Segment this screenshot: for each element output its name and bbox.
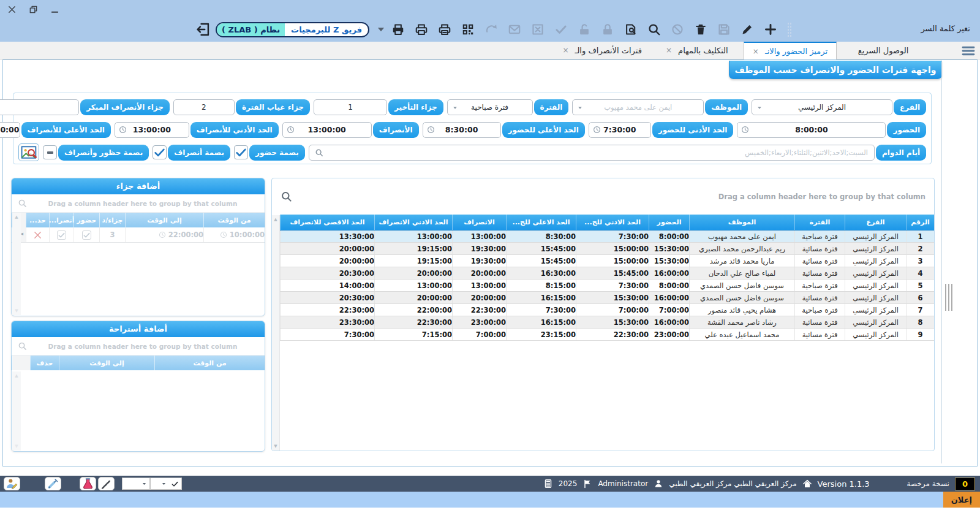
penalty-delete-button[interactable] <box>26 227 49 242</box>
grid-column-header[interactable]: الموظف <box>689 215 794 230</box>
attendance-max-time-input[interactable]: 8:30:00 <box>423 122 501 138</box>
search-icon[interactable] <box>643 23 666 36</box>
grid-row-1[interactable]: 1المركز الرئيسيفترة صباحيةايمن على محمد … <box>280 230 934 243</box>
grid-row-7[interactable]: 7المركز الرئيسيفترة صباحيةهشام يحيي قائد… <box>280 304 934 316</box>
change-password-link[interactable]: تغير كلمة السر <box>921 24 970 33</box>
grid-row-4[interactable]: 4المركز الرئيسيفترة مسائيةلمياء صالح علي… <box>280 267 934 280</box>
attendance-min-time-input[interactable]: 7:30:00 <box>589 122 651 138</box>
grid-row-2[interactable]: 2المركز الرئيسيفترة مسائيةريم عبدالرحمن … <box>280 243 934 255</box>
toolbar-grip-handle[interactable] <box>787 22 791 37</box>
unlock-icon[interactable] <box>573 23 596 36</box>
lock-icon[interactable] <box>596 23 619 36</box>
penalty-per-minute[interactable]: 3 <box>99 227 125 242</box>
attend-fingerprint-checkbox[interactable] <box>234 145 248 159</box>
leave-min-time-input[interactable]: 13:00:00 <box>115 122 189 138</box>
image-search-button[interactable] <box>18 143 39 161</box>
status-select-2[interactable] <box>150 478 182 490</box>
tab-close-icon[interactable]: × <box>563 46 569 55</box>
grid-scrollbar[interactable]: ▲▼ <box>272 215 280 451</box>
tab-2[interactable]: التكليف بالمهام× <box>650 42 744 59</box>
lab-flask-button[interactable] <box>80 477 96 490</box>
tab-1[interactable]: ترميز الحضور والانـ× <box>744 42 837 59</box>
break-column-header[interactable]: إلى الوقت <box>59 356 154 370</box>
delete-trash-icon[interactable] <box>689 23 712 36</box>
chevron-down-icon[interactable] <box>577 104 583 110</box>
edit-pencil-icon[interactable] <box>736 23 759 36</box>
tab-close-icon[interactable]: × <box>753 47 759 56</box>
penalty-to-time[interactable]: 22:00:00 <box>125 227 203 242</box>
restore-window-icon[interactable] <box>29 5 38 14</box>
minimize-window-icon[interactable] <box>50 5 59 14</box>
approve-check-icon[interactable] <box>549 23 573 36</box>
grid-column-header[interactable]: الحد الادني للح... <box>576 215 649 230</box>
close-window-icon[interactable] <box>7 5 17 14</box>
grid-row-8[interactable]: 8المركز الرئيسيفترة مسائيةرشاد ناصر محمد… <box>280 316 934 329</box>
break-scrollbar[interactable]: ▲▼ <box>12 371 21 451</box>
print-filled-icon[interactable] <box>386 23 410 36</box>
print-page-icon[interactable] <box>433 23 456 36</box>
employee-select[interactable]: ايمن على محمد مهيوب <box>572 99 704 115</box>
chevron-down-icon[interactable] <box>375 24 386 35</box>
splitter-handle[interactable] <box>945 284 953 311</box>
penalty-attend-checkbox[interactable] <box>74 227 99 242</box>
search-icon[interactable] <box>18 199 27 208</box>
grid-row-9[interactable]: 9المركز الرئيسيفترة مسائيةمحمد اسماعيل ع… <box>280 329 934 341</box>
penalty-scrollbar[interactable]: ▲▼ <box>12 213 21 315</box>
penalty-column-header[interactable]: من الوقت <box>203 213 265 227</box>
grid-column-header[interactable]: الانصراف <box>452 215 506 230</box>
cancel-box-icon[interactable] <box>526 23 549 36</box>
late-penalty-input[interactable]: 1 <box>314 99 387 115</box>
penalty-row[interactable]: 10:00:0022:00:003◂ <box>12 227 265 243</box>
penalty-from-time[interactable]: 10:00:00 <box>203 227 265 242</box>
add-plus-icon[interactable] <box>759 23 782 36</box>
penalty-column-header[interactable]: إلى الوقت <box>125 213 203 227</box>
grid-column-header[interactable]: الفترة <box>794 215 845 230</box>
grid-column-header[interactable]: الحضور <box>649 215 689 230</box>
tab-0[interactable]: الوصول السريع <box>837 42 930 59</box>
syringe-button[interactable] <box>45 477 61 490</box>
leave-fingerprint-checkbox[interactable] <box>153 145 167 159</box>
break-column-header[interactable]: من الوقت <box>154 356 265 370</box>
grid-row-3[interactable]: 3المركز الرئيسيفترة مسائيةماريا محمد قائ… <box>280 255 934 267</box>
leave-time-input[interactable]: 13:00:00 <box>282 122 372 138</box>
qr-code-icon[interactable] <box>456 23 480 36</box>
grid-column-header[interactable]: الحد الادني الانصراف <box>374 215 452 230</box>
leave-max-time-input[interactable]: 13:30:00 <box>0 122 20 138</box>
penalty-column-header[interactable]: جزاء/د <box>99 213 125 227</box>
tab-3[interactable]: فترات الأنصراف والـ× <box>554 42 650 59</box>
absence-penalty-input[interactable]: 2 <box>173 99 235 115</box>
penalty-column-header[interactable]: أنصرا... <box>49 213 74 227</box>
period-select[interactable]: فترة صباحية <box>447 99 533 115</box>
penalty-leave-checkbox[interactable] <box>49 227 74 242</box>
chevron-down-icon[interactable] <box>756 104 763 110</box>
document-search-icon[interactable] <box>619 23 643 36</box>
penalty-column-header[interactable]: حذ... <box>26 213 49 227</box>
grid-column-header[interactable]: الرقم <box>906 215 934 230</box>
grid-column-header[interactable]: الحد الاعلى للح... <box>506 215 576 230</box>
attend-leave-fingerprint-checkbox[interactable] <box>43 145 57 159</box>
print-icon[interactable] <box>410 23 433 36</box>
pen-button[interactable] <box>98 477 115 490</box>
block-icon[interactable] <box>666 23 689 36</box>
exit-icon[interactable] <box>194 21 212 37</box>
grid-row-5[interactable]: 5المركز الرئيسيفترة صباحيةسوسن فاضل حسن … <box>280 280 934 292</box>
attendance-time-input[interactable]: 8:00:00 <box>737 122 886 138</box>
chevron-down-icon[interactable] <box>452 104 458 110</box>
calculator-icon[interactable] <box>543 479 553 489</box>
menu-icon[interactable] <box>960 43 976 59</box>
grid-column-header[interactable]: الحد الاقصى للانصراف <box>280 215 374 230</box>
search-icon[interactable] <box>281 191 292 202</box>
announcement-label[interactable]: إعلان <box>943 492 980 508</box>
grid-column-header[interactable]: الفرع <box>845 215 906 230</box>
patient-edit-button[interactable] <box>4 477 20 490</box>
mail-icon[interactable] <box>503 23 526 36</box>
break-column-header[interactable]: حذف <box>30 356 59 370</box>
early-leave-penalty-input[interactable]: 1 <box>0 99 79 115</box>
penalty-column-header[interactable]: حضور <box>74 213 99 227</box>
search-icon[interactable] <box>18 341 27 351</box>
status-select-1[interactable] <box>122 478 150 490</box>
work-days-input[interactable]: السبت;الاحد;الاثنين;الثلثاء;الاربعاء;الخ… <box>309 145 875 161</box>
save-icon[interactable] <box>712 23 736 36</box>
branch-select[interactable]: المركز الرئيسي <box>752 99 892 115</box>
tab-close-icon[interactable]: × <box>666 46 672 55</box>
